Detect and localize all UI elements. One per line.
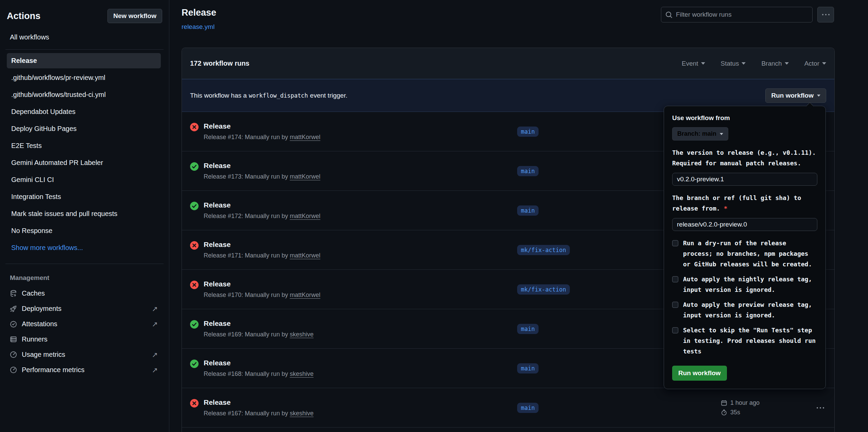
actions-sidebar: Actions New workflow All workflows Relea… [0,0,169,432]
stopwatch-icon [721,409,727,416]
failure-status-icon [190,281,199,289]
run-title: Release [204,240,320,249]
sidebar-item-label: Performance metrics [22,366,85,374]
run-description: Release #173: Manually run by mattKorwel [204,173,320,180]
field-description: The version to release (e.g., v0.1.11). … [672,147,817,168]
branch-badge[interactable]: main [517,403,539,413]
sidebar-item-label: Attestations [22,320,57,328]
checkbox[interactable] [672,327,678,333]
external-link-arrow-icon: ↗ [152,366,158,373]
field-input[interactable] [672,218,817,231]
sidebar-item-all-workflows[interactable]: All workflows [10,33,162,41]
popover-checkbox-item: Run a dry-run of the release process; no… [672,238,817,269]
popover-checkbox-item: Auto apply the nightly release tag, inpu… [672,274,817,295]
run-title: Release [204,162,320,170]
sidebar-management-item[interactable]: Caches [7,286,161,301]
run-title: Release [204,319,313,328]
branch-badge[interactable]: main [517,324,539,334]
sidebar-workflow-item[interactable]: No Response [7,223,161,238]
run-description: Release #169: Manually run by skeshive [204,331,313,338]
popover-field: The version to release (e.g., v0.1.11). … [672,147,817,186]
checkbox[interactable] [672,276,678,282]
field-input[interactable] [672,173,817,186]
filter-runs-input[interactable] [676,11,808,18]
sidebar-workflow-item[interactable]: E2E Tests [7,138,161,153]
external-link-arrow-icon: ↗ [152,305,158,312]
server-icon [10,336,17,343]
external-link-arrow-icon: ↗ [152,320,158,328]
run-filters: Event Status Branch Actor [682,60,826,67]
management-label: Management [10,274,162,282]
checkbox-label: Select to skip the "Run Tests" step in t… [683,325,816,356]
sidebar-workflow-item[interactable]: Dependabot Updates [7,104,161,119]
branch-badge[interactable]: main [517,205,539,216]
checkbox-label: Auto apply the preview release tag, inpu… [683,299,812,320]
sidebar-management-item[interactable]: Attestations ↗ [7,316,161,332]
sidebar-workflow-item[interactable]: Gemini CLI CI [7,172,161,187]
new-workflow-button[interactable]: New workflow [107,9,162,23]
run-workflow-submit-button[interactable]: Run workflow [672,366,727,381]
sidebar-workflow-item[interactable]: Release [7,53,161,68]
sidebar-workflow-item[interactable]: Integration Tests [7,189,161,204]
sidebar-workflow-item[interactable]: Gemini Automated PR Labeler [7,155,161,170]
chevron-down-icon [701,62,705,65]
failure-status-icon [190,399,199,408]
actor-link[interactable]: mattKorwel [290,213,320,219]
filter-branch[interactable]: Branch [761,60,788,67]
verified-icon [10,320,17,328]
success-status-icon [190,202,199,210]
branch-badge[interactable]: main [517,363,539,373]
run-title: Release [204,201,320,209]
run-title: Release [204,122,320,130]
branch-selector-button[interactable]: Branch: main [672,127,728,140]
checkbox[interactable] [672,240,678,246]
checkbox[interactable] [672,302,678,308]
success-status-icon [190,320,199,329]
search-icon [665,11,673,18]
chevron-down-icon [720,133,723,135]
run-title: Release [204,398,313,406]
filter-runs-searchbox[interactable] [661,7,813,22]
filter-actor[interactable]: Actor [804,60,826,67]
sidebar-item-label: Usage metrics [22,351,65,359]
actor-link[interactable]: mattKorwel [290,292,320,298]
sidebar-management-item[interactable]: Deployments ↗ [7,301,161,316]
sidebar-workflow-item[interactable]: .github/workflows/pr-review.yml [7,70,161,85]
required-asterisk: * [720,205,728,212]
branch-badge[interactable]: main [517,127,539,137]
filter-status[interactable]: Status [721,60,746,67]
page-title: Release [182,7,216,18]
branch-badge[interactable]: main [517,166,539,176]
actor-link[interactable]: mattKorwel [290,173,320,180]
sidebar-workflow-item[interactable]: Mark stale issues and pull requests [7,206,161,221]
filter-event[interactable]: Event [682,60,705,67]
management-list: Caches Deployments ↗ [0,286,169,378]
run-workflow-popover: Use workflow from Branch: main The versi… [664,106,826,389]
chevron-down-icon [817,95,820,97]
workflow-options-kebab-button[interactable] [817,7,834,22]
sidebar-management-item[interactable]: Runners [7,332,161,347]
run-options-kebab-button[interactable] [815,404,826,412]
branch-badge[interactable]: mk/fix-action [517,284,570,295]
success-status-icon [190,162,199,171]
actor-link[interactable]: mattKorwel [290,134,320,140]
cache-icon [10,290,17,297]
run-workflow-dropdown-button[interactable]: Run workflow [765,88,826,103]
actor-link[interactable]: skeshive [290,331,313,338]
actor-link[interactable]: mattKorwel [290,252,320,259]
actor-link[interactable]: skeshive [290,370,313,377]
run-description: Release #171: Manually run by mattKorwel [204,252,320,259]
sidebar-management-item[interactable]: Usage metrics ↗ [7,347,161,362]
sidebar-management-item[interactable]: Performance metrics ↗ [7,362,161,378]
sidebar-workflow-item[interactable]: .github/workflows/trusted-ci.yml [7,87,161,102]
runs-card-header: 172 workflow runs Event Status Branch Ac… [182,48,834,79]
sidebar-item-label: Deployments [22,305,62,313]
branch-badge[interactable]: mk/fix-action [517,245,570,255]
sidebar-show-more-workflows[interactable]: Show more workflows... [7,240,161,255]
run-meta: 1 hour ago 35s [721,399,815,416]
workflow-run-row[interactable]: Release Release #167: Manually run by sk… [182,388,834,428]
actor-link[interactable]: skeshive [290,410,313,417]
workflow-file-link[interactable]: release.yml [182,23,215,31]
sidebar-workflow-item[interactable]: Deploy GitHub Pages [7,121,161,136]
popover-checkboxes: Run a dry-run of the release process; no… [672,238,817,356]
